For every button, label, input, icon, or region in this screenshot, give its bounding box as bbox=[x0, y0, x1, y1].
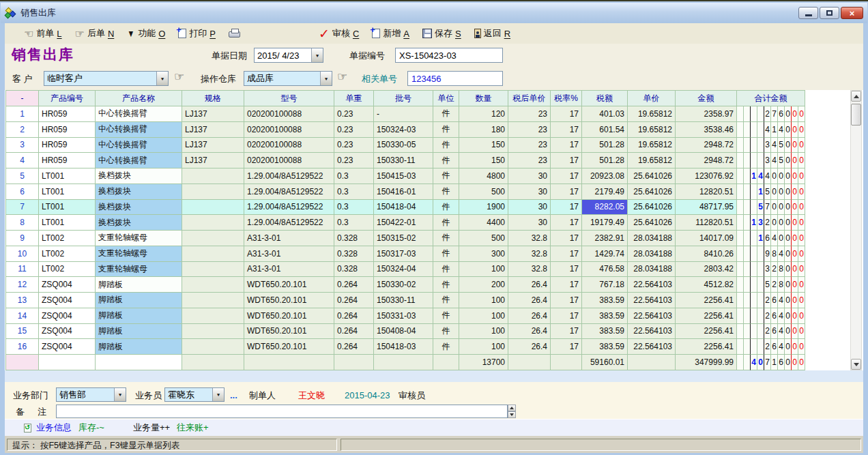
cell-batch[interactable]: - bbox=[374, 106, 433, 122]
cell-total-digit[interactable]: 0 bbox=[798, 200, 805, 216]
cell-no[interactable]: 13 bbox=[5, 293, 39, 308]
cell-total-digit[interactable]: 4 bbox=[778, 308, 785, 324]
cell-total-digit[interactable]: 0 bbox=[792, 168, 798, 184]
cell-total-digit[interactable] bbox=[751, 293, 757, 308]
cell-total-digit[interactable]: 2 bbox=[764, 308, 771, 324]
cell-qty[interactable]: 180 bbox=[459, 122, 508, 138]
cell-unit[interactable]: 件 bbox=[433, 168, 459, 184]
cell-spec[interactable]: LJ137 bbox=[182, 106, 244, 122]
cell-total-digit[interactable]: 0 bbox=[778, 184, 785, 200]
cell-model[interactable]: 020200100088 bbox=[244, 138, 334, 153]
cell-total-digit[interactable]: 4 bbox=[757, 168, 764, 184]
cell-name[interactable]: 脚踏板 bbox=[96, 324, 182, 340]
cell-total-digit[interactable]: 0 bbox=[798, 231, 805, 246]
cell-total-digit[interactable]: 0 bbox=[798, 293, 805, 308]
cell-name[interactable]: 脚踏板 bbox=[96, 339, 182, 355]
cell-amount[interactable]: 14017.09 bbox=[676, 231, 737, 246]
cell-name[interactable]: 换档拨块 bbox=[96, 184, 182, 200]
cell-unit[interactable]: 件 bbox=[433, 324, 459, 340]
cell-total-digit[interactable]: 5 bbox=[764, 184, 771, 200]
cell-total-digit[interactable]: 0 bbox=[792, 277, 798, 293]
cell-total-digit[interactable]: 8 bbox=[778, 262, 785, 278]
column-header-qty[interactable]: 数量 bbox=[459, 90, 508, 106]
cell-total-digit[interactable]: 0 bbox=[792, 324, 798, 340]
cell-total-digit[interactable]: 1 bbox=[757, 231, 764, 246]
cell-model[interactable]: 1.29.004/8A5129522 bbox=[244, 200, 334, 216]
cell-batch[interactable]: 150330-02 bbox=[374, 277, 433, 293]
cell-batch[interactable]: 150324-03 bbox=[374, 122, 433, 138]
cell-unit[interactable]: 件 bbox=[433, 184, 459, 200]
cell-total-digit[interactable]: 4 bbox=[778, 339, 785, 355]
cell-total-digit[interactable]: 3 bbox=[757, 215, 764, 231]
cell-batch[interactable]: 150416-01 bbox=[374, 184, 433, 200]
maximize-button[interactable] bbox=[820, 7, 839, 19]
column-header-tax[interactable]: 税额 bbox=[582, 90, 628, 106]
cell-total-digit[interactable]: 0 bbox=[798, 215, 805, 231]
cell-no[interactable]: 6 bbox=[5, 184, 39, 200]
column-header-spec[interactable]: 规格 bbox=[182, 90, 244, 106]
cell-total-digit[interactable] bbox=[751, 324, 757, 340]
cell-total-digit[interactable] bbox=[737, 308, 744, 324]
cell-tax[interactable]: 19179.49 bbox=[582, 215, 628, 231]
cell-total-digit[interactable]: 4 bbox=[764, 168, 771, 184]
cell-total-digit[interactable]: 4 bbox=[771, 231, 778, 246]
cell-price[interactable]: 19.65812 bbox=[628, 153, 676, 168]
cell-spec[interactable] bbox=[182, 324, 244, 340]
column-header-unit[interactable]: 单位 bbox=[433, 90, 459, 106]
cell-total-digit[interactable]: 0 bbox=[785, 277, 792, 293]
scroll-down-button[interactable] bbox=[851, 359, 861, 370]
cell-tax_rate[interactable]: 17 bbox=[551, 324, 582, 340]
cell-tax_price[interactable]: 23 bbox=[508, 106, 551, 122]
cell-tax_rate[interactable]: 17 bbox=[551, 339, 582, 355]
chevron-down-icon[interactable] bbox=[114, 388, 126, 401]
cell-weight[interactable]: 0.3 bbox=[334, 200, 374, 216]
cell-total-digit[interactable] bbox=[737, 215, 744, 231]
cell-total-digit[interactable]: 1 bbox=[771, 355, 778, 370]
cell-batch[interactable]: 150330-11 bbox=[374, 293, 433, 308]
cell-total-digit[interactable]: 4 bbox=[778, 122, 785, 138]
cell-total-digit[interactable] bbox=[744, 138, 751, 153]
cell-batch[interactable]: 150408-04 bbox=[374, 324, 433, 340]
cell-code[interactable]: LT002 bbox=[39, 231, 96, 246]
cell-model[interactable]: 1.29.004/8A5129522 bbox=[244, 168, 334, 184]
cell-total-digit[interactable]: 0 bbox=[785, 200, 792, 216]
cell-total-digit[interactable]: 0 bbox=[792, 153, 798, 168]
cell-amount[interactable]: 2948.72 bbox=[676, 153, 737, 168]
cell-price[interactable]: 25.641026 bbox=[628, 184, 676, 200]
cell-amount[interactable]: 2256.41 bbox=[676, 324, 737, 340]
cell-total-digit[interactable]: 4 bbox=[771, 153, 778, 168]
cell-tax_price[interactable]: 30 bbox=[508, 215, 551, 231]
cell-total-digit[interactable]: 0 bbox=[785, 138, 792, 153]
column-header-name[interactable]: 产品名称 bbox=[96, 90, 182, 106]
cell-total-digit[interactable] bbox=[744, 246, 751, 262]
cell-no[interactable]: 5 bbox=[5, 168, 39, 184]
cell-tax_rate[interactable]: 17 bbox=[551, 153, 582, 168]
cell-total-digit[interactable]: 2 bbox=[764, 324, 771, 340]
cell-tax[interactable]: 601.54 bbox=[582, 122, 628, 138]
column-header-no[interactable]: - bbox=[5, 90, 39, 106]
cell-total-digit[interactable]: 8 bbox=[778, 277, 785, 293]
cell-total-digit[interactable]: 2 bbox=[764, 106, 771, 122]
cell-total-digit[interactable] bbox=[751, 184, 757, 200]
cell-name[interactable]: 中心转换摇臂 bbox=[96, 138, 182, 153]
business-info-link[interactable]: 业务信息 bbox=[36, 422, 72, 434]
cell-batch[interactable]: 150330-05 bbox=[374, 138, 433, 153]
cell-total-digit[interactable] bbox=[737, 339, 744, 355]
cell-total-digit[interactable] bbox=[751, 277, 757, 293]
cell-total-digit[interactable]: 0 bbox=[792, 184, 798, 200]
cell-unit[interactable]: 件 bbox=[433, 231, 459, 246]
cell-spec[interactable] bbox=[182, 200, 244, 216]
cell-tax_price[interactable]: 26.4 bbox=[508, 293, 551, 308]
cell-total-digit[interactable]: 1 bbox=[771, 122, 778, 138]
cell-price[interactable]: 28.034188 bbox=[628, 246, 676, 262]
cell-code[interactable]: ZSQ004 bbox=[39, 308, 96, 324]
cell-total-digit[interactable]: 0 bbox=[785, 355, 792, 370]
cell-total-digit[interactable]: 5 bbox=[778, 153, 785, 168]
cell-weight[interactable]: 0.23 bbox=[334, 122, 374, 138]
cell-total-digit[interactable]: 6 bbox=[778, 355, 785, 370]
cell-unit[interactable]: 件 bbox=[433, 246, 459, 262]
cell-model[interactable]: WDT650.20.101 bbox=[244, 293, 334, 308]
cell-tax_rate[interactable]: 17 bbox=[551, 262, 582, 278]
cell-tax[interactable]: 401.03 bbox=[582, 106, 628, 122]
cell-name[interactable]: 换档拨块 bbox=[96, 215, 182, 231]
